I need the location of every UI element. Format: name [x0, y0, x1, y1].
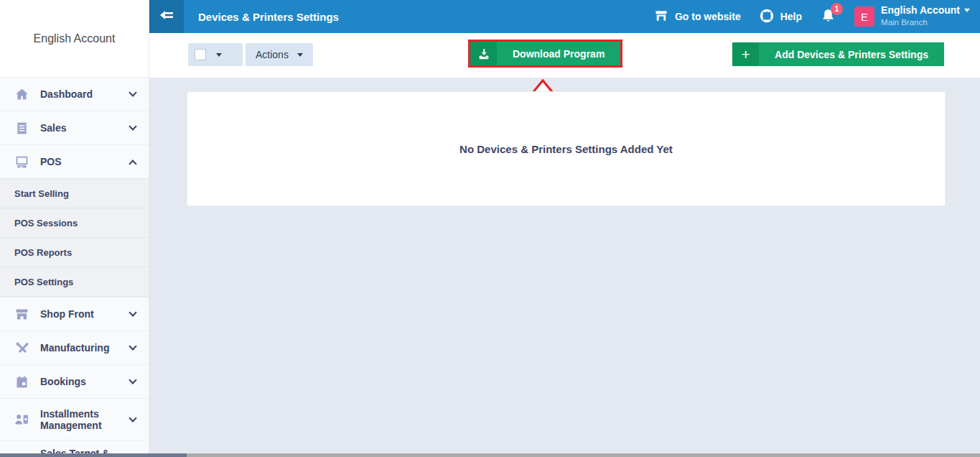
sidebar-item-dashboard[interactable]: Dashboard: [0, 77, 149, 111]
calendar-icon: [13, 373, 30, 390]
sidebar-item-label: POS: [40, 156, 62, 167]
chevron-down-icon: [297, 53, 303, 57]
sidebar-item-label: Manufacturing: [40, 342, 109, 354]
add-devices-printers-button[interactable]: + Add Devices & Printers Settings: [732, 42, 944, 66]
download-program-label: Download Program: [497, 48, 620, 60]
download-program-button[interactable]: Download Program: [470, 42, 620, 65]
submenu-label: POS Sessions: [14, 218, 78, 228]
sidebar-item-pos-reports[interactable]: POS Reports: [0, 238, 149, 267]
download-icon: [470, 42, 497, 65]
sidebar-item-label: Installments Management: [40, 408, 119, 431]
sidebar-item-label: Sales: [40, 122, 67, 134]
notification-badge: 1: [831, 3, 843, 15]
sidebar-item-bookings[interactable]: Bookings: [0, 364, 149, 398]
chevron-down-icon: [216, 53, 222, 57]
storefront-icon: [654, 9, 668, 25]
sidebar-item-label: Dashboard: [40, 88, 93, 100]
chevron-down-icon: [129, 308, 136, 316]
plus-icon: +: [732, 42, 759, 66]
chevron-up-icon: [129, 160, 136, 167]
content-area: No Devices & Printers Settings Added Yet: [149, 78, 980, 457]
branch-name: Main Branch: [881, 18, 928, 27]
sidebar-item-label: Bookings: [40, 376, 86, 387]
sidebar-item-manufacturing[interactable]: Manufacturing: [0, 331, 149, 364]
installments-icon: [13, 411, 30, 428]
collapse-sidebar-button[interactable]: [149, 0, 184, 33]
account-text: English Account Main Branch: [881, 5, 970, 28]
sidebar-item-pos-settings[interactable]: POS Settings: [0, 267, 149, 297]
chevron-down-icon: [129, 414, 136, 422]
empty-state-message: No Devices & Printers Settings Added Yet: [459, 143, 673, 155]
actions-label: Actions: [256, 49, 289, 60]
sidebar: English Account Dashboard Sales POS Star…: [0, 0, 149, 457]
monitor-icon: [13, 153, 30, 170]
home-icon: [13, 86, 30, 103]
empty-state-panel: No Devices & Printers Settings Added Yet: [187, 91, 946, 206]
submenu-label: POS Settings: [14, 277, 73, 287]
chevron-down-icon: [129, 88, 136, 96]
scrollbar-thumb[interactable]: [0, 453, 187, 457]
chevron-down-icon: [129, 342, 136, 350]
sidebar-item-installments-management[interactable]: Installments Management: [0, 398, 149, 440]
help-label: Help: [780, 11, 802, 22]
notifications-button[interactable]: 1: [821, 8, 836, 26]
actions-dropdown[interactable]: Actions: [246, 43, 313, 66]
annotation-highlight-box: Download Program: [468, 40, 622, 68]
receipt-icon: [13, 119, 30, 137]
toolbar: Actions Download Program + Add Devices &…: [149, 33, 980, 78]
topbar-right: Go to website Help 1 E English Account: [654, 5, 980, 28]
submenu-label: Start Selling: [14, 188, 69, 199]
sidebar-item-pos-sessions[interactable]: POS Sessions: [0, 208, 149, 238]
top-bar: Devices & Printers Settings Go to websit…: [149, 0, 980, 33]
horizontal-scrollbar[interactable]: [0, 453, 980, 457]
go-to-website-link[interactable]: Go to website: [654, 9, 741, 25]
select-all-dropdown[interactable]: [188, 43, 243, 66]
go-to-website-label: Go to website: [675, 11, 741, 22]
chevron-down-icon: [129, 376, 136, 384]
select-all-checkbox[interactable]: [195, 49, 206, 60]
sidebar-account-name: English Account: [34, 32, 116, 45]
pos-submenu: Start Selling POS Sessions POS Reports P…: [0, 178, 149, 297]
avatar: E: [854, 6, 874, 27]
sidebar-logo: English Account: [0, 0, 149, 77]
tools-icon: [13, 339, 30, 356]
sidebar-item-start-selling[interactable]: Start Selling: [0, 179, 149, 208]
help-link[interactable]: Help: [760, 9, 802, 25]
sidebar-item-sales[interactable]: Sales: [0, 111, 149, 144]
sidebar-item-shop-front[interactable]: Shop Front: [0, 297, 149, 331]
storefront-icon: [13, 305, 30, 323]
account-menu[interactable]: E English Account Main Branch: [854, 5, 970, 28]
add-devices-printers-label: Add Devices & Printers Settings: [759, 49, 944, 60]
chevron-down-icon: [129, 122, 136, 130]
collapse-sidebar-icon: [158, 6, 175, 27]
submenu-label: POS Reports: [14, 247, 72, 258]
page-title: Devices & Printers Settings: [198, 11, 339, 23]
sidebar-item-pos[interactable]: POS: [0, 144, 149, 178]
main-area: Devices & Printers Settings Go to websit…: [149, 0, 980, 457]
help-lifering-icon: [760, 9, 774, 25]
chevron-down-icon: [964, 9, 970, 12]
account-name: English Account: [881, 5, 960, 16]
sidebar-item-label: Shop Front: [40, 308, 94, 320]
